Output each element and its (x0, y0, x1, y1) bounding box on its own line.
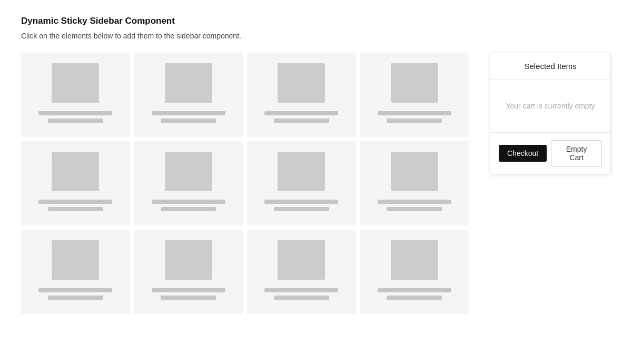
product-text-line-b-1 (48, 119, 103, 123)
product-text-line-a-7 (264, 200, 338, 204)
product-text-lines-10 (143, 288, 235, 300)
product-card-6[interactable] (134, 141, 243, 225)
product-text-line-a-6 (152, 200, 225, 204)
product-card-12[interactable] (360, 230, 469, 314)
empty-cart-button[interactable]: Empty Cart (551, 140, 602, 166)
product-text-line-a-2 (152, 111, 225, 115)
sidebar-header: Selected Items (490, 53, 610, 80)
product-text-lines-12 (369, 288, 461, 300)
sidebar-empty-text: Your cart is currently empty (506, 101, 595, 112)
product-text-line-a-5 (38, 200, 112, 204)
product-text-line-b-9 (48, 296, 103, 300)
product-text-lines-5 (29, 200, 122, 211)
product-text-line-b-6 (161, 207, 216, 211)
product-image-4 (391, 63, 438, 103)
product-card-5[interactable] (21, 141, 130, 225)
product-card-11[interactable] (247, 230, 356, 314)
product-text-line-a-11 (264, 288, 338, 292)
product-text-lines-2 (143, 111, 235, 123)
product-text-line-a-4 (378, 111, 451, 115)
product-text-line-b-12 (387, 296, 442, 300)
product-text-line-a-12 (378, 288, 451, 292)
product-text-line-b-2 (161, 119, 216, 123)
product-text-line-a-10 (152, 288, 225, 292)
product-grid (21, 53, 469, 314)
product-card-3[interactable] (247, 53, 356, 137)
product-image-8 (391, 152, 438, 191)
product-card-4[interactable] (360, 53, 469, 137)
product-text-line-b-11 (274, 296, 329, 300)
product-text-lines-3 (255, 111, 348, 123)
product-card-1[interactable] (21, 53, 130, 137)
product-text-line-a-9 (38, 288, 112, 292)
product-text-line-b-8 (387, 207, 442, 211)
main-layout: Selected Items Your cart is currently em… (21, 53, 611, 314)
product-card-7[interactable] (247, 141, 356, 225)
product-text-line-b-3 (274, 119, 329, 123)
product-text-lines-11 (255, 288, 348, 300)
product-image-9 (52, 240, 99, 280)
page-description: Click on the elements below to add them … (21, 32, 611, 40)
product-image-11 (278, 240, 325, 280)
product-text-lines-6 (143, 200, 235, 211)
product-image-2 (165, 63, 212, 103)
product-image-5 (52, 152, 99, 191)
sidebar: Selected Items Your cart is currently em… (490, 53, 611, 174)
product-image-10 (165, 240, 212, 280)
product-card-2[interactable] (134, 53, 243, 137)
product-text-line-b-7 (274, 207, 329, 211)
product-text-line-b-5 (48, 207, 103, 211)
product-text-lines-1 (29, 111, 122, 123)
product-text-lines-4 (369, 111, 461, 123)
sidebar-empty-state: Your cart is currently empty (490, 80, 610, 133)
product-card-10[interactable] (134, 230, 243, 314)
sidebar-actions: Checkout Empty Cart (490, 133, 610, 174)
product-text-line-a-8 (378, 200, 451, 204)
product-card-9[interactable] (21, 230, 130, 314)
sidebar-title: Selected Items (524, 62, 576, 71)
product-image-3 (278, 63, 325, 103)
product-image-6 (165, 152, 212, 191)
product-image-7 (278, 152, 325, 191)
product-text-lines-8 (369, 200, 461, 211)
page-title: Dynamic Sticky Sidebar Component (21, 16, 611, 26)
product-text-line-b-4 (387, 119, 442, 123)
product-text-lines-9 (29, 288, 122, 300)
checkout-button[interactable]: Checkout (499, 145, 547, 162)
product-text-line-b-10 (161, 296, 216, 300)
product-grid-area (21, 53, 469, 314)
product-text-line-a-1 (38, 111, 112, 115)
product-card-8[interactable] (360, 141, 469, 225)
product-image-12 (391, 240, 438, 280)
product-text-lines-7 (255, 200, 348, 211)
product-text-line-a-3 (264, 111, 338, 115)
product-image-1 (52, 63, 99, 103)
